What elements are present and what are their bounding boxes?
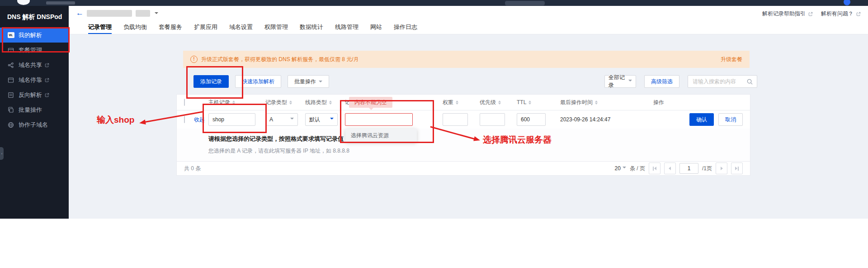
select-tencent-resource-item[interactable]: 选择腾讯云资源 <box>345 129 417 142</box>
tab-records[interactable]: 记录管理 <box>88 21 112 34</box>
col-type: 记录类型 <box>265 99 287 106</box>
ttl-input[interactable] <box>517 113 546 126</box>
sort-icon[interactable] <box>329 100 332 105</box>
pagination: 20 条 / 页 /1页 <box>615 163 743 174</box>
sidebar-item-my-resolutions[interactable]: w. 我的解析 <box>0 28 69 43</box>
col-operations: 操作 <box>653 99 664 106</box>
line-type-select[interactable]: 默认 <box>305 113 338 126</box>
record-value-input[interactable] <box>345 113 413 126</box>
first-page-button[interactable] <box>649 163 660 174</box>
value-suggestion-dropdown: 选择腾讯云资源 <box>345 129 417 142</box>
tab-domain-settings[interactable]: 域名设置 <box>229 21 253 34</box>
tab-website[interactable]: 网站 <box>370 21 382 34</box>
help-guide-link[interactable]: 解析记录帮助指引 <box>762 10 813 18</box>
select-all-checkbox[interactable] <box>184 99 185 106</box>
record-type-select[interactable]: A <box>265 113 298 126</box>
tab-statistics[interactable]: 数据统计 <box>300 21 323 34</box>
tab-load-balance[interactable]: 负载均衡 <box>123 21 147 34</box>
per-page-label: 条 / 页 <box>630 165 645 172</box>
tab-permissions[interactable]: 权限管理 <box>264 21 288 34</box>
record-filter-select[interactable]: 全部记录 <box>604 75 636 88</box>
sort-icon[interactable] <box>456 100 458 105</box>
col-last-operated: 最后操作时间 <box>560 99 593 106</box>
col-priority: 优先级 <box>480 99 496 106</box>
back-arrow-icon[interactable]: ← <box>76 9 84 18</box>
package-icon <box>7 47 14 54</box>
avatar[interactable] <box>844 0 850 5</box>
weight-input[interactable] <box>443 113 468 126</box>
tab-extended-apps[interactable]: 扩展应用 <box>194 21 217 34</box>
record-help-panel: 请根据您选择的记录类型，按照格式要求填写记录值查看详细指引 您选择的是 A 记录… <box>177 129 750 162</box>
chevron-down-icon[interactable] <box>623 167 626 170</box>
search-icon[interactable] <box>746 78 753 85</box>
page-header: ← 解析记录帮助指引 解析有问题？ <box>69 6 868 21</box>
tab-bar: 记录管理 负载均衡 套餐服务 扩展应用 域名设置 权限管理 数据统计 线路管理 … <box>69 21 868 34</box>
domain-switch-caret-icon[interactable] <box>155 12 158 16</box>
page-number-input[interactable] <box>679 163 698 174</box>
sidebar-item-batch-operations[interactable]: 批量操作 <box>0 102 69 117</box>
sort-icon[interactable] <box>528 100 531 105</box>
cancel-button[interactable]: 取消 <box>718 113 743 126</box>
window-icon <box>7 77 14 84</box>
collapse-link[interactable]: 收起 <box>194 116 206 124</box>
tab-operation-logs[interactable]: 操作日志 <box>394 21 417 34</box>
prev-page-button[interactable] <box>664 163 676 174</box>
col-weight: 权重 <box>443 99 453 106</box>
toolbar-right: 全部记录 高级筛选 <box>604 75 757 88</box>
add-record-button[interactable]: 添加记录 <box>193 75 229 88</box>
sidebar-item-reverse-resolution[interactable]: 反向解析 <box>0 87 69 102</box>
sort-icon[interactable] <box>289 100 292 105</box>
sort-icon[interactable] <box>498 100 501 105</box>
sort-icon[interactable] <box>595 100 598 105</box>
chevron-down-icon <box>319 81 322 84</box>
row-checkbox[interactable] <box>184 116 185 123</box>
host-record-input[interactable] <box>208 113 255 126</box>
sidebar-item-domain-sharing[interactable]: 域名共享 <box>0 57 69 72</box>
copy-icon <box>7 106 14 114</box>
col-host: 主机记录 <box>208 99 230 106</box>
upgrade-package-link[interactable]: 升级套餐 <box>721 56 742 63</box>
record-search-input[interactable] <box>692 78 746 85</box>
advanced-filter-button[interactable]: 高级筛选 <box>644 75 679 88</box>
sidebar-title: DNS 解析 DNSPod <box>0 6 69 28</box>
bottom-whitespace <box>0 219 868 268</box>
table-footer: 共 0 条 20 条 / 页 /1页 <box>177 162 750 175</box>
topbar-search-input[interactable] <box>505 1 545 5</box>
globe-icon <box>7 121 14 129</box>
external-link-icon <box>45 63 49 67</box>
sidebar: DNS 解析 DNSPod w. 我的解析 套餐管理 域名共享 域名停靠 反向解… <box>0 6 69 219</box>
chevron-down-icon <box>330 118 334 121</box>
records-table: 主机记录 记录类型 线路类型 记录值 权重 优先级 TTL 最后操作时间 操作 … <box>176 94 750 176</box>
tencent-cloud-logo-icon <box>17 0 30 5</box>
chevron-down-icon <box>628 80 632 83</box>
warning-circle-icon: ! <box>190 56 198 63</box>
domain-suffix-redacted <box>136 10 150 17</box>
page-size-value[interactable]: 20 <box>615 165 621 172</box>
help-title: 请根据您选择的记录类型，按照格式要求填写记录值 <box>208 135 344 142</box>
chevron-down-icon <box>290 118 294 121</box>
next-page-button[interactable] <box>716 163 727 174</box>
sidebar-item-domain-parking[interactable]: 域名停靠 <box>0 72 69 87</box>
sidebar-item-package-management[interactable]: 套餐管理 <box>0 43 69 57</box>
document-icon <box>7 91 14 99</box>
toolbar-left: 添加记录 快速添加解析 批量操作 <box>193 75 329 88</box>
priority-input[interactable] <box>480 113 505 126</box>
sidebar-item-collaborative-subdomains[interactable]: 协作子域名 <box>0 117 69 132</box>
upgrade-banner: ! 升级正式版套餐，获得更极致的 DNS 解析服务，最低仅需 8 元/月 升级套… <box>183 51 750 68</box>
external-link-icon <box>45 93 49 97</box>
tab-package-service[interactable]: 套餐服务 <box>159 21 182 34</box>
domain-name-redacted <box>87 10 132 17</box>
help-description: 您选择的是 A 记录，请在此填写服务器 IP 地址，如 8.8.8.8 <box>208 147 750 155</box>
sort-icon[interactable] <box>232 100 235 105</box>
batch-operations-dropdown[interactable]: 批量操作 <box>288 75 329 88</box>
dnspod-console: ← 解析记录帮助指引 解析有问题？ 记录管理 负载均衡 套餐服务 扩展应用 域名… <box>0 0 868 268</box>
quick-add-button[interactable]: 快速添加解析 <box>235 75 281 88</box>
help-question-link[interactable]: 解析有问题？ <box>821 10 861 18</box>
external-link-icon <box>856 12 861 16</box>
tab-line-management[interactable]: 线路管理 <box>335 21 359 34</box>
confirm-button[interactable]: 确认 <box>689 113 714 126</box>
dns-badge-icon: w. <box>7 32 14 39</box>
external-link-icon <box>808 12 813 16</box>
last-page-button[interactable] <box>731 163 743 174</box>
sidebar-collapse-handle[interactable]: ‹ <box>0 147 4 160</box>
